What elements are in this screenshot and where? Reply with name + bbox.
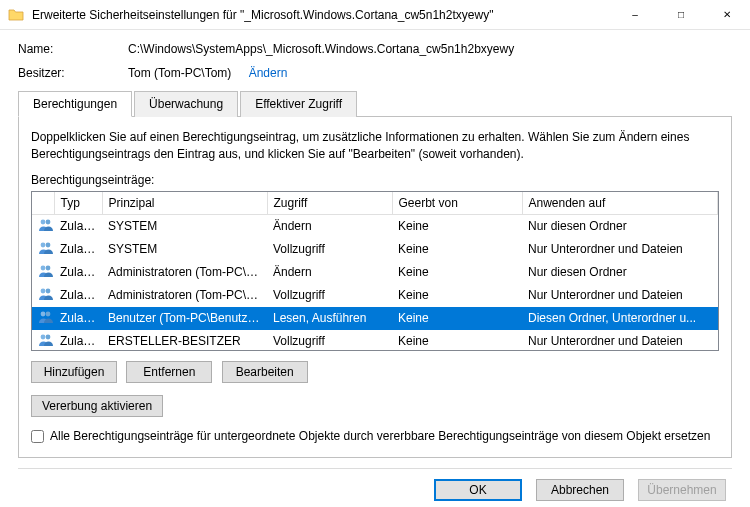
- titlebar: Erweiterte Sicherheitseinstellungen für …: [0, 0, 750, 30]
- grid-header-row: Typ Prinzipal Zugriff Geerbt von Anwende…: [32, 192, 718, 215]
- group-icon: [38, 264, 54, 281]
- replace-children-row[interactable]: Alle Berechtigungseinträge für untergeor…: [31, 429, 719, 443]
- svg-point-9: [46, 311, 51, 316]
- cell-principal: Benutzer (Tom-PC\Benutzer): [102, 307, 267, 330]
- cell-inherited: Keine: [392, 261, 522, 284]
- name-row: Name: C:\Windows\SystemApps\_Microsoft.W…: [18, 42, 732, 56]
- col-header-type[interactable]: Typ: [54, 192, 102, 215]
- tab-effective-access[interactable]: Effektiver Zugriff: [240, 91, 357, 117]
- cell-access: Lesen, Ausführen: [267, 307, 392, 330]
- cell-applies: Nur diesen Ordner: [522, 261, 718, 284]
- table-row[interactable]: Zulas...Administratoren (Tom-PC\A...Voll…: [32, 284, 718, 307]
- cell-type: Zulas...: [54, 214, 102, 238]
- replace-children-label: Alle Berechtigungseinträge für untergeor…: [50, 429, 710, 443]
- tab-panel-permissions: Doppelklicken Sie auf einen Berechtigung…: [18, 117, 732, 458]
- group-icon: [38, 218, 54, 235]
- cell-type: Zulas...: [54, 307, 102, 330]
- cell-inherited: Keine: [392, 284, 522, 307]
- table-row[interactable]: Zulas...ERSTELLER-BESITZERVollzugriffKei…: [32, 330, 718, 351]
- owner-row: Besitzer: Tom (Tom-PC\Tom) Ändern: [18, 66, 732, 80]
- svg-point-0: [41, 219, 46, 224]
- row-icon-cell: [32, 261, 54, 284]
- row-icon-cell: [32, 330, 54, 351]
- cell-type: Zulas...: [54, 330, 102, 351]
- owner-value: Tom (Tom-PC\Tom): [128, 66, 231, 80]
- tab-auditing[interactable]: Überwachung: [134, 91, 238, 117]
- group-icon: [38, 287, 54, 304]
- group-icon: [38, 333, 54, 350]
- svg-point-3: [46, 242, 51, 247]
- tabstrip: Berechtigungen Überwachung Effektiver Zu…: [18, 90, 732, 117]
- name-label: Name:: [18, 42, 128, 56]
- enable-inheritance-button[interactable]: Vererbung aktivieren: [31, 395, 163, 417]
- cell-access: Vollzugriff: [267, 238, 392, 261]
- col-header-icon[interactable]: [32, 192, 54, 215]
- row-icon-cell: [32, 284, 54, 307]
- inherit-row: Vererbung aktivieren: [31, 395, 719, 417]
- cell-type: Zulas...: [54, 238, 102, 261]
- remove-button[interactable]: Entfernen: [126, 361, 212, 383]
- col-header-principal[interactable]: Prinzipal: [102, 192, 267, 215]
- cell-access: Ändern: [267, 214, 392, 238]
- replace-children-checkbox[interactable]: [31, 430, 44, 443]
- svg-point-6: [41, 288, 46, 293]
- table-row[interactable]: Zulas...SYSTEMÄndernKeineNur diesen Ordn…: [32, 214, 718, 238]
- row-icon-cell: [32, 214, 54, 238]
- col-header-applies[interactable]: Anwenden auf: [522, 192, 718, 215]
- cell-principal: Administratoren (Tom-PC\A...: [102, 261, 267, 284]
- cell-inherited: Keine: [392, 214, 522, 238]
- svg-point-10: [41, 334, 46, 339]
- svg-point-8: [41, 311, 46, 316]
- cell-applies: Diesen Ordner, Unterordner u...: [522, 307, 718, 330]
- close-button[interactable]: ✕: [704, 0, 750, 30]
- svg-point-5: [46, 265, 51, 270]
- row-icon-cell: [32, 238, 54, 261]
- cell-principal: ERSTELLER-BESITZER: [102, 330, 267, 351]
- svg-point-2: [41, 242, 46, 247]
- dialog-footer: OK Abbrechen Übernehmen: [18, 468, 732, 501]
- col-header-inherited[interactable]: Geerbt von: [392, 192, 522, 215]
- cancel-button[interactable]: Abbrechen: [536, 479, 624, 501]
- table-row[interactable]: Zulas...Administratoren (Tom-PC\A...Ände…: [32, 261, 718, 284]
- table-row[interactable]: Zulas...SYSTEMVollzugriffKeineNur Untero…: [32, 238, 718, 261]
- row-icon-cell: [32, 307, 54, 330]
- svg-point-1: [46, 219, 51, 224]
- cell-access: Ändern: [267, 261, 392, 284]
- group-icon: [38, 310, 54, 327]
- tab-permissions[interactable]: Berechtigungen: [18, 91, 132, 117]
- cell-inherited: Keine: [392, 238, 522, 261]
- permissions-grid[interactable]: Typ Prinzipal Zugriff Geerbt von Anwende…: [31, 191, 719, 351]
- apply-button[interactable]: Übernehmen: [638, 479, 726, 501]
- svg-point-7: [46, 288, 51, 293]
- maximize-button[interactable]: □: [658, 0, 704, 30]
- instruction-text: Doppelklicken Sie auf einen Berechtigung…: [31, 129, 719, 163]
- cell-applies: Nur Unterordner und Dateien: [522, 330, 718, 351]
- cell-access: Vollzugriff: [267, 330, 392, 351]
- cell-principal: SYSTEM: [102, 238, 267, 261]
- ok-button[interactable]: OK: [434, 479, 522, 501]
- cell-type: Zulas...: [54, 284, 102, 307]
- cell-type: Zulas...: [54, 261, 102, 284]
- cell-access: Vollzugriff: [267, 284, 392, 307]
- col-header-access[interactable]: Zugriff: [267, 192, 392, 215]
- entries-label: Berechtigungseinträge:: [31, 173, 719, 187]
- cell-principal: SYSTEM: [102, 214, 267, 238]
- svg-point-11: [46, 334, 51, 339]
- cell-inherited: Keine: [392, 307, 522, 330]
- cell-applies: Nur diesen Ordner: [522, 214, 718, 238]
- add-button[interactable]: Hinzufügen: [31, 361, 117, 383]
- content-area: Name: C:\Windows\SystemApps\_Microsoft.W…: [0, 30, 750, 507]
- folder-icon: [8, 7, 24, 23]
- group-icon: [38, 241, 54, 258]
- name-value: C:\Windows\SystemApps\_Microsoft.Windows…: [128, 42, 514, 56]
- edit-button[interactable]: Bearbeiten: [222, 361, 308, 383]
- cell-inherited: Keine: [392, 330, 522, 351]
- window-title: Erweiterte Sicherheitseinstellungen für …: [30, 8, 612, 22]
- svg-point-4: [41, 265, 46, 270]
- owner-label: Besitzer:: [18, 66, 128, 80]
- change-owner-link[interactable]: Ändern: [249, 66, 288, 80]
- cell-applies: Nur Unterordner und Dateien: [522, 238, 718, 261]
- table-row[interactable]: Zulas...Benutzer (Tom-PC\Benutzer)Lesen,…: [32, 307, 718, 330]
- minimize-button[interactable]: –: [612, 0, 658, 30]
- cell-principal: Administratoren (Tom-PC\A...: [102, 284, 267, 307]
